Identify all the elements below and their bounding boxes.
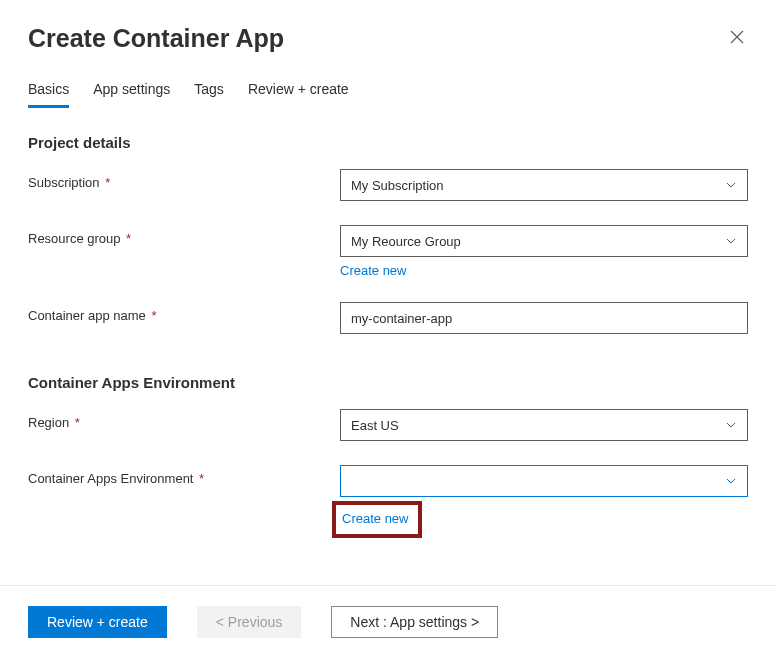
region-value: East US [351,418,399,433]
container-app-name-input[interactable]: my-container-app [340,302,748,334]
required-indicator: * [102,175,111,190]
required-indicator: * [195,471,204,486]
tab-basics[interactable]: Basics [28,81,69,108]
environment-label: Container Apps Environment * [28,465,340,486]
required-indicator: * [123,231,132,246]
tab-bar: Basics App settings Tags Review + create [28,81,748,108]
resource-group-select[interactable]: My Reource Group [340,225,748,257]
chevron-down-icon [725,179,737,191]
required-indicator: * [148,308,157,323]
required-indicator: * [71,415,80,430]
chevron-down-icon [725,235,737,247]
resource-group-create-new-link[interactable]: Create new [340,263,406,278]
section-project-details: Project details [28,134,748,151]
close-icon[interactable] [726,26,748,51]
container-app-name-label: Container app name * [28,302,340,323]
tab-review-create[interactable]: Review + create [248,81,349,108]
section-container-apps-environment: Container Apps Environment [28,374,748,391]
environment-create-new-link[interactable]: Create new [342,511,408,526]
subscription-label: Subscription * [28,169,340,190]
chevron-down-icon [725,475,737,487]
chevron-down-icon [725,419,737,431]
previous-button: < Previous [197,606,302,638]
subscription-value: My Subscription [351,178,443,193]
region-select[interactable]: East US [340,409,748,441]
tab-tags[interactable]: Tags [194,81,224,108]
resource-group-value: My Reource Group [351,234,461,249]
environment-select[interactable] [340,465,748,497]
region-label: Region * [28,409,340,430]
subscription-select[interactable]: My Subscription [340,169,748,201]
tab-app-settings[interactable]: App settings [93,81,170,108]
highlight-annotation: Create new [332,501,422,538]
footer-actions: Review + create < Previous Next : App se… [0,585,776,660]
next-button[interactable]: Next : App settings > [331,606,498,638]
container-app-name-value: my-container-app [351,311,452,326]
review-create-button[interactable]: Review + create [28,606,167,638]
page-title: Create Container App [28,24,284,53]
resource-group-label: Resource group * [28,225,340,246]
